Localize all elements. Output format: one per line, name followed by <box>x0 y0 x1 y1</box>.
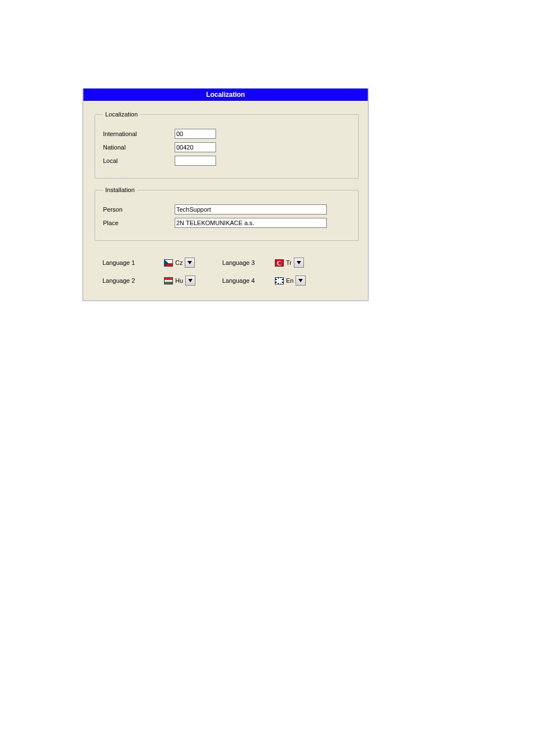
localization-window: Localization Localization International … <box>82 88 369 301</box>
chevron-down-icon <box>297 261 301 264</box>
row-place: Place <box>103 218 350 228</box>
localization-group: Localization International National Loca… <box>95 111 359 179</box>
row-person: Person <box>103 204 350 214</box>
label-language-2: Language 2 <box>102 277 164 284</box>
dropdown-language-3[interactable] <box>294 258 304 268</box>
dropdown-language-4[interactable] <box>296 276 306 286</box>
languages-group: Language 1 Cz Language 3 Tr Language 2 H… <box>95 249 359 289</box>
code-language-2: Hu <box>175 277 183 284</box>
row-local: Local <box>103 156 350 166</box>
dropdown-language-1[interactable] <box>185 258 195 268</box>
code-language-3: Tr <box>286 259 292 266</box>
input-international[interactable] <box>175 129 216 139</box>
dropdown-language-2[interactable] <box>185 276 195 286</box>
label-local: Local <box>103 157 175 164</box>
input-national[interactable] <box>175 142 216 152</box>
flag-tr-icon <box>275 259 284 267</box>
installation-legend: Installation <box>103 186 137 193</box>
input-local[interactable] <box>175 156 216 166</box>
flag-hu-icon <box>164 277 173 284</box>
flag-cz-icon <box>164 259 173 267</box>
localization-legend: Localization <box>103 111 140 118</box>
select-language-3[interactable]: Tr <box>275 258 333 268</box>
select-language-2[interactable]: Hu <box>164 276 222 286</box>
chevron-down-icon <box>188 279 193 282</box>
window-titlebar: Localization <box>83 88 368 101</box>
label-person: Person <box>103 206 175 213</box>
label-place: Place <box>103 220 175 226</box>
label-language-3: Language 3 <box>222 259 275 266</box>
flag-en-icon <box>275 277 284 284</box>
label-language-4: Language 4 <box>222 277 275 284</box>
code-language-4: En <box>286 277 293 284</box>
select-language-4[interactable]: En <box>275 276 333 286</box>
input-place[interactable] <box>175 218 327 228</box>
window-client: Localization International National Loca… <box>83 101 368 300</box>
select-language-1[interactable]: Cz <box>164 258 222 268</box>
row-international: International <box>103 129 350 139</box>
chevron-down-icon <box>298 279 303 282</box>
row-national: National <box>103 142 350 152</box>
chevron-down-icon <box>188 261 192 264</box>
input-person[interactable] <box>175 204 327 214</box>
label-international: International <box>103 130 175 137</box>
label-language-1: Language 1 <box>102 259 164 266</box>
code-language-1: Cz <box>175 259 182 266</box>
label-national: National <box>103 144 175 151</box>
installation-group: Installation Person Place <box>95 186 359 241</box>
